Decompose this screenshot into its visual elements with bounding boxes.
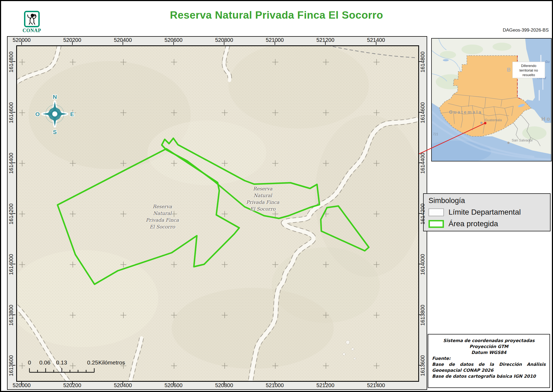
inset-belize-label: B (507, 67, 511, 73)
reserve-label-line: Reserva (133, 203, 192, 210)
territorial-note-line: resuelto (522, 73, 535, 77)
axis-tick (275, 381, 275, 384)
legend-item-label: Área protegida (449, 219, 498, 228)
axis-tick (13, 112, 15, 113)
axis-label-left: 1614600 (8, 102, 14, 123)
monkey-icon (25, 12, 38, 26)
scale-label: 0.13 (56, 359, 67, 366)
axis-tick (13, 213, 15, 214)
axis-label-right: 1613800 (420, 304, 426, 326)
scale-label: 0.25 (87, 359, 98, 366)
axis-tick (13, 264, 15, 264)
inset-country-label: Guatemala (449, 110, 482, 115)
reserve-label-line: El Socorro (233, 206, 292, 212)
axis-tick (325, 42, 326, 45)
axis-tick (13, 61, 15, 62)
reserve-label-line: Natural (233, 192, 292, 199)
axis-label-right: 1614600 (420, 102, 426, 123)
axis-label-left: 1614200 (8, 203, 14, 225)
axis-tick (173, 42, 174, 45)
legend: Simbología Límite Departamental Área pro… (423, 193, 551, 231)
axis-label-right: 1614000 (420, 254, 426, 275)
inset-capital-label: Guatemala (485, 118, 502, 122)
axis-tick (72, 381, 73, 384)
reserve-label-line: Natural (133, 210, 192, 217)
axis-label-right: 1613600 (420, 355, 426, 377)
legend-item-protected-area: Área protegida (429, 219, 550, 228)
axis-tick (376, 381, 376, 384)
main-map-canvas: 00.060.130.25Kilómetros (16, 45, 419, 382)
axis-tick (325, 381, 326, 384)
axis-tick (123, 381, 123, 384)
reserve-label-line: Privada Finca (233, 199, 292, 206)
compass-west-label: O (35, 111, 40, 117)
datum-line: Datum WGS84 (432, 350, 546, 356)
territorial-note-line: Diferendo (521, 64, 536, 68)
source-line-1: Base de datos de la Dirección Análisis G… (432, 361, 546, 373)
axis-label-left: 1614800 (8, 51, 14, 73)
axis-tick (419, 264, 421, 264)
protected-area-swatch-icon (429, 220, 444, 228)
axis-tick (123, 42, 123, 45)
axis-tick (21, 42, 22, 45)
compass-east-label: E (70, 111, 74, 117)
source-title: Fuente: (432, 356, 546, 361)
axis-tick (72, 42, 73, 45)
axis-label-left: 1614000 (8, 254, 14, 275)
credits-box: Sistema de coordenadas proyectadas Proye… (428, 334, 550, 388)
axis-tick (376, 42, 376, 45)
main-map: 00.060.130.25Kilómetros ReservaNaturalPr… (16, 45, 419, 382)
axis-tick (224, 381, 224, 384)
axis-label-right: 1614800 (420, 51, 426, 73)
inset-depth-label: 721 (433, 132, 438, 136)
conap-logo-label: CONAP (19, 28, 45, 33)
compass-rose-icon: N E S O (34, 93, 75, 134)
axis-tick (13, 365, 15, 366)
axis-tick (13, 315, 15, 315)
axis-label-right: 1614400 (420, 153, 426, 174)
reserve-label-line: Reserva (233, 185, 292, 192)
axis-tick (419, 365, 421, 366)
inset-sea-label: Gu (545, 60, 550, 64)
compass-south-label: S (53, 129, 57, 134)
axis-label-left: 1614400 (8, 153, 14, 174)
axis-label-left: 1613600 (8, 355, 14, 377)
legend-item-departmental-limit: Límite Departamental (429, 208, 550, 217)
conap-logo-icon (24, 11, 40, 27)
projection-line: Proyección GTM (432, 344, 546, 350)
crs-line: Sistema de coordenadas proyectadas (432, 338, 546, 344)
reserve-label-east: ReservaNaturalPrivada FincaEl Socorro (233, 185, 292, 212)
compass-north-label: N (53, 94, 57, 100)
scale-label: 0 (28, 359, 31, 366)
inset-honduras-label: Ho (541, 116, 551, 122)
legend-title: Simbología (429, 197, 550, 205)
axis-tick (13, 163, 15, 163)
axis-label-left: 1613800 (8, 304, 14, 326)
scale-label: 0.06 (39, 359, 50, 366)
legend-item-label: Límite Departamental (449, 208, 521, 217)
map-frame: 00.060.130.25Kilómetros ReservaNaturalPr… (7, 36, 427, 390)
territorial-note-line: territorial no (520, 68, 538, 72)
document-code: DAGeos-399-2026-BS (441, 28, 549, 33)
reserve-label-line: Privada Finca (133, 217, 192, 224)
map-document-page: CONAP Reserva Natural Privada Finca El S… (0, 0, 553, 392)
axis-tick (173, 381, 174, 384)
reserve-label-west: ReservaNaturalPrivada FincaEl Socorro (133, 203, 192, 230)
departmental-limit-swatch-icon (429, 208, 444, 216)
scale-unit-label: Kilómetros (98, 359, 125, 366)
inset-locator-map: BGuatemalaGuHondHo721GuatemalaSan Salvad… (431, 38, 552, 161)
axis-tick (224, 42, 224, 45)
axis-tick (21, 381, 22, 384)
axis-tick (419, 163, 421, 163)
axis-label-right: 1614200 (420, 203, 426, 225)
axis-tick (419, 315, 421, 315)
reserve-label-line: El Socorro (133, 224, 192, 230)
axis-tick (419, 112, 421, 113)
axis-tick (275, 42, 275, 45)
axis-tick (419, 61, 421, 62)
axis-tick (419, 213, 421, 214)
inset-city-label: San Salvador (512, 138, 533, 142)
page-title: Reserva Natural Privada Finca El Socorro (82, 9, 471, 21)
source-line-2: Base de datos cartografía básica IGN 201… (432, 373, 546, 379)
